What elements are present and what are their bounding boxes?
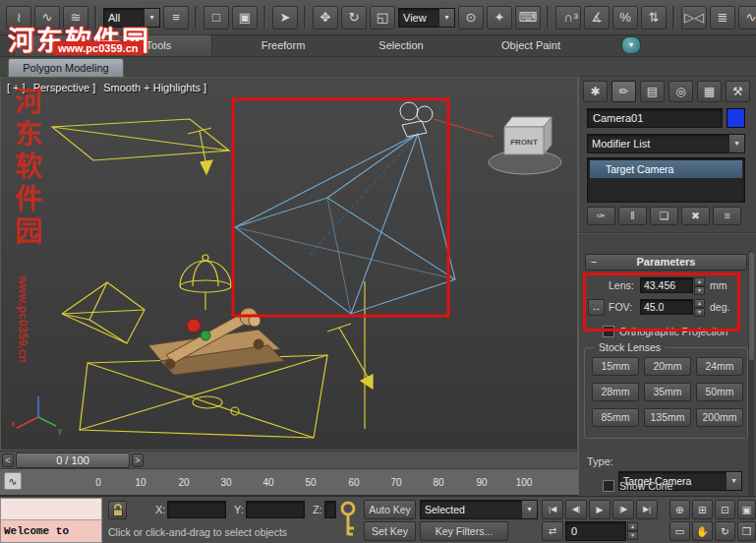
- x-coordinate-field[interactable]: [167, 501, 226, 518]
- configure-modifier-sets-button[interactable]: ≡: [713, 207, 741, 225]
- spinner-up-icon[interactable]: ▴: [627, 522, 638, 531]
- top-plane-wireframe[interactable]: [52, 119, 229, 160]
- arrow-helper[interactable]: [361, 375, 373, 389]
- lens-preset-200mm-button[interactable]: 200mm: [696, 408, 743, 427]
- arrow-helper[interactable]: [201, 160, 212, 174]
- viewport-shading-menu[interactable]: Smooth + Highlights ]: [103, 82, 206, 93]
- viewcube-front-face-label[interactable]: FRONT: [510, 138, 538, 147]
- play-button[interactable]: ▶: [589, 500, 611, 519]
- chevron-down-icon[interactable]: ▾: [521, 501, 537, 518]
- select-and-move-button[interactable]: ✥: [313, 6, 338, 30]
- select-and-manipulate-button[interactable]: ✦: [487, 6, 512, 30]
- tab-create[interactable]: ✱: [583, 81, 608, 102]
- maximize-viewport-toggle[interactable]: ❒: [737, 521, 756, 541]
- use-pivot-center-button[interactable]: ⊙: [458, 6, 484, 30]
- selection-lock-toggle[interactable]: [108, 501, 127, 519]
- lens-preset-35mm-button[interactable]: 35mm: [644, 383, 691, 401]
- spinner-snap-toggle[interactable]: ⇅: [641, 6, 667, 30]
- lens-preset-85mm-button[interactable]: 85mm: [592, 408, 639, 427]
- time-slider-next-button[interactable]: >: [132, 453, 144, 467]
- listener-pane[interactable]: Welcome to MAX!: [1, 520, 101, 542]
- parameters-rollout-header[interactable]: − Parameters: [585, 254, 747, 271]
- tab-selection[interactable]: Selection: [366, 35, 436, 56]
- time-slider-handle[interactable]: 0 / 100: [16, 452, 130, 468]
- make-unique-button[interactable]: ❏: [650, 207, 678, 225]
- show-cone-checkbox[interactable]: [603, 480, 614, 492]
- snaps-toggle-button[interactable]: ∩ 3: [555, 6, 581, 30]
- object-name-field[interactable]: Camera01: [587, 108, 723, 128]
- percent-snap-toggle[interactable]: %: [612, 6, 638, 30]
- track-bar[interactable]: ∿ 0 10 20 30 40 50 60 70 80 90 100: [0, 469, 578, 496]
- lens-preset-28mm-button[interactable]: 28mm: [592, 383, 639, 401]
- tab-polygon-modeling[interactable]: Polygon Modeling: [8, 58, 124, 77]
- y-coordinate-field[interactable]: [246, 501, 305, 518]
- tab-freeform[interactable]: Freeform: [242, 35, 324, 56]
- tab-motion[interactable]: ◎: [669, 81, 693, 102]
- set-key-button[interactable]: Set Key: [364, 521, 416, 541]
- selection-set-dropdown[interactable]: Selected ▾: [420, 500, 538, 519]
- keyboard-shortcut-override-toggle[interactable]: ⌨: [515, 6, 541, 30]
- stack-item-target-camera[interactable]: Target Camera: [590, 160, 742, 178]
- chevron-down-icon[interactable]: ▾: [726, 472, 741, 490]
- zoom-button[interactable]: ⊕: [669, 500, 690, 519]
- spotlight-cone-wireframe[interactable]: [89, 282, 145, 343]
- viewcube[interactable]: FRONT: [489, 117, 561, 174]
- chevron-down-icon[interactable]: ▾: [728, 135, 744, 152]
- frame-spinner[interactable]: ▴ ▾: [627, 522, 638, 540]
- orbit-button[interactable]: ↻: [715, 521, 735, 541]
- maxscript-mini-listener[interactable]: Welcome to MAX!: [0, 498, 102, 543]
- angle-snap-toggle[interactable]: ∡: [584, 6, 610, 30]
- camera-body[interactable]: [400, 102, 433, 137]
- lens-preset-50mm-button[interactable]: 50mm: [696, 383, 743, 401]
- green-ball[interactable]: [201, 331, 210, 340]
- spinner-down-icon[interactable]: ▾: [627, 531, 638, 540]
- select-and-rotate-button[interactable]: ↻: [341, 6, 367, 30]
- z-coordinate-field[interactable]: [324, 501, 336, 518]
- pin-stack-button[interactable]: ✑: [587, 207, 615, 225]
- macro-recorder-pane[interactable]: [1, 499, 101, 520]
- tab-utilities[interactable]: ⚒: [726, 81, 750, 102]
- curve-editor-button[interactable]: ∿: [738, 6, 756, 30]
- select-object-button[interactable]: ➤: [272, 6, 298, 30]
- red-ball[interactable]: [187, 319, 201, 332]
- current-frame-field[interactable]: 0: [565, 521, 626, 541]
- tab-object-paint[interactable]: Object Paint: [486, 35, 576, 56]
- lens-preset-24mm-button[interactable]: 24mm: [696, 357, 743, 376]
- select-and-scale-button[interactable]: ◱: [370, 6, 395, 30]
- select-by-name-button[interactable]: ≡: [163, 6, 189, 30]
- zoom-all-button[interactable]: ⊞: [692, 500, 713, 519]
- lens-preset-135mm-button[interactable]: 135mm: [644, 408, 691, 427]
- scrollbar-thumb[interactable]: [749, 252, 754, 360]
- previous-frame-button[interactable]: ◀|: [565, 500, 587, 519]
- window-crossing-toggle[interactable]: ▣: [232, 6, 258, 30]
- tab-modify[interactable]: ✏: [611, 81, 636, 102]
- align-button[interactable]: ≣: [710, 6, 735, 30]
- ribbon-minimize-toggle[interactable]: ▾: [621, 36, 641, 54]
- next-frame-button[interactable]: |▶: [612, 500, 634, 519]
- auto-key-button[interactable]: Auto Key: [364, 500, 416, 519]
- chevron-down-icon[interactable]: ▾: [438, 9, 454, 27]
- reference-coordinate-dropdown[interactable]: View ▾: [398, 8, 455, 28]
- perspective-viewport[interactable]: [ + ] Perspective ] Smooth + Highlights …: [0, 77, 578, 451]
- go-to-start-button[interactable]: |◀: [542, 500, 563, 519]
- object-color-swatch[interactable]: [727, 108, 745, 128]
- zoom-region-button[interactable]: ▭: [669, 521, 690, 541]
- lens-preset-20mm-button[interactable]: 20mm: [644, 357, 691, 376]
- mirror-button[interactable]: ▷◁: [681, 6, 707, 30]
- key-filters-button[interactable]: Key Filters...: [420, 521, 508, 541]
- remove-modifier-button[interactable]: ✖: [681, 207, 710, 225]
- modifier-list-dropdown[interactable]: Modifier List ▾: [587, 134, 745, 153]
- go-to-end-button[interactable]: ▶|: [636, 500, 658, 519]
- catapult-model[interactable]: [148, 308, 284, 375]
- panel-scrollbar[interactable]: [748, 250, 754, 496]
- mini-curve-editor-button[interactable]: ∿: [4, 472, 22, 490]
- time-slider-bar[interactable]: < 0 / 100 >: [0, 451, 578, 469]
- time-slider-prev-button[interactable]: <: [2, 453, 14, 467]
- show-end-result-button[interactable]: ‖: [618, 207, 647, 225]
- lens-preset-15mm-button[interactable]: 15mm: [592, 357, 639, 376]
- tab-display[interactable]: ▦: [697, 81, 722, 102]
- set-keys-button[interactable]: [337, 500, 359, 541]
- pan-view-button[interactable]: ✋: [692, 521, 713, 541]
- key-mode-toggle[interactable]: ⇄: [542, 521, 563, 541]
- tab-hierarchy[interactable]: ▤: [640, 81, 665, 102]
